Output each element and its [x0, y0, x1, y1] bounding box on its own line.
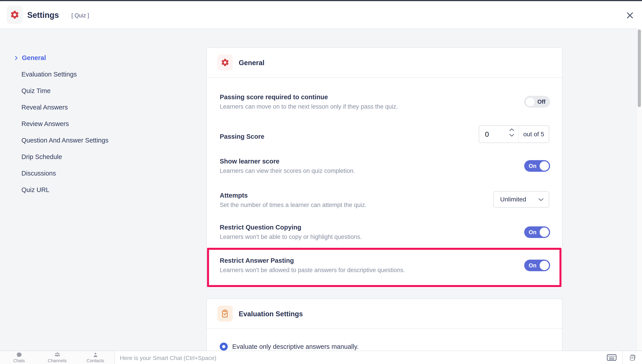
- setting-desc: Learners can move on to the next lesson …: [220, 103, 398, 110]
- chat-tabs: Chats Channels Contacts: [0, 351, 115, 364]
- nav-item-evaluation-settings[interactable]: Evaluation Settings: [14, 66, 139, 82]
- setting-title-restrict-question-copying: Restrict Question Copying: [220, 224, 301, 231]
- channels-people-icon: [54, 352, 61, 358]
- toggle-state-label: On: [529, 229, 536, 236]
- attempts-dropdown[interactable]: Unlimited: [494, 191, 549, 208]
- nav-item-discussions[interactable]: Discussions: [14, 165, 139, 182]
- nav-item-label: Reveal Answers: [22, 104, 68, 111]
- toggle-state-label: On: [529, 262, 536, 269]
- nav-item-quiz-time[interactable]: Quiz Time: [14, 82, 139, 99]
- general-settings-card: General Passing score required to contin…: [206, 47, 562, 289]
- nav-item-label: Question And Answer Settings: [22, 137, 108, 144]
- nav-item-question-answer-settings[interactable]: Question And Answer Settings: [14, 132, 139, 148]
- tab-label: Contacts: [86, 358, 104, 363]
- toggle-knob: [540, 228, 549, 237]
- nav-item-general[interactable]: General: [14, 50, 139, 66]
- gear-icon: [10, 10, 20, 20]
- gear-icon: [220, 58, 230, 67]
- scrollbar-thumb[interactable]: [638, 30, 641, 107]
- settings-nav: General Evaluation Settings Quiz Time Re…: [14, 50, 139, 198]
- toggle-restrict-question-copying[interactable]: On: [524, 226, 550, 238]
- toggle-knob: [540, 161, 549, 170]
- scrollbar-track[interactable]: [637, 28, 642, 350]
- clipboard-check-icon: [220, 309, 230, 318]
- chevron-right-icon: [14, 56, 19, 60]
- nav-item-review-answers[interactable]: Review Answers: [14, 116, 139, 132]
- setting-desc: Set the number of times a learner can at…: [220, 202, 367, 208]
- card-title: Evaluation Settings: [239, 310, 303, 318]
- nav-item-label: Quiz Time: [22, 87, 51, 94]
- chatbar-right-controls: [607, 351, 636, 364]
- dropdown-selected-value: Unlimited: [500, 196, 526, 203]
- chevron-down-icon: [538, 198, 544, 202]
- setting-desc: Learners won't be allowed to paste answe…: [220, 267, 405, 274]
- nav-item-quiz-url[interactable]: Quiz URL: [14, 182, 139, 198]
- toggle-state-label: On: [529, 163, 536, 169]
- radio-selected-icon[interactable]: [220, 342, 228, 350]
- dialog-header: Settings [ Quiz ]: [0, 1, 642, 29]
- contact-person-icon: [92, 352, 98, 358]
- passing-score-spinner: 0 out of 5: [479, 125, 549, 143]
- spinner-value[interactable]: 0: [485, 130, 489, 138]
- nav-item-label: Quiz URL: [22, 186, 50, 194]
- toggle-state-label: Off: [538, 98, 546, 105]
- spinner-value-area[interactable]: 0: [479, 126, 519, 142]
- divider: [207, 328, 562, 329]
- setting-title-show-learner-score: Show learner score: [220, 158, 280, 165]
- nav-item-label: Review Answers: [22, 120, 69, 128]
- radio-label: Evaluate only descriptive answers manual…: [232, 343, 359, 350]
- nav-item-label: Drip Schedule: [22, 153, 62, 160]
- card-title: General: [239, 59, 264, 67]
- divider: [207, 78, 562, 78]
- page-title: Settings: [27, 10, 59, 20]
- close-icon: [626, 12, 634, 19]
- toggle-knob: [526, 97, 535, 106]
- keyboard-icon[interactable]: [607, 354, 616, 361]
- nav-item-drip-schedule[interactable]: Drip Schedule: [14, 148, 139, 165]
- nav-item-label: Evaluation Settings: [22, 71, 77, 78]
- tab-label: Chats: [13, 358, 25, 363]
- tab-label: Channels: [48, 358, 67, 363]
- evaluation-radio-row: Evaluate only descriptive answers manual…: [220, 342, 359, 350]
- spinner-suffix: out of 5: [519, 126, 549, 142]
- nav-item-label: Discussions: [22, 170, 56, 177]
- toggle-knob: [540, 261, 549, 270]
- setting-title-passing-score-required: Passing score required to continue: [220, 94, 328, 101]
- settings-dialog: Settings [ Quiz ] General Evaluation Set…: [0, 0, 642, 364]
- settings-gear-iconbox: [7, 6, 23, 24]
- setting-title-restrict-answer-pasting: Restrict Answer Pasting: [220, 257, 294, 264]
- tab-channels[interactable]: Channels: [38, 351, 76, 364]
- evaluation-card-iconbox: [218, 306, 233, 322]
- setting-title-attempts: Attempts: [220, 192, 248, 199]
- toggle-show-learner-score[interactable]: On: [524, 160, 550, 172]
- stepper-down-icon[interactable]: [509, 134, 514, 137]
- smart-chat-bar: Chats Channels Contacts: [0, 350, 642, 364]
- toggle-passing-score-required[interactable]: Off: [524, 96, 550, 108]
- page-subtitle: [ Quiz ]: [72, 12, 89, 19]
- chat-bubble-icon: [16, 352, 22, 358]
- setting-desc: Learners can view their scores on quiz c…: [220, 168, 355, 174]
- setting-title-passing-score: Passing Score: [220, 133, 264, 140]
- nav-item-reveal-answers[interactable]: Reveal Answers: [14, 99, 139, 116]
- close-button[interactable]: [624, 9, 636, 22]
- tab-contacts[interactable]: Contacts: [76, 351, 114, 364]
- smart-chat-input[interactable]: [119, 353, 455, 363]
- general-card-iconbox: [218, 54, 233, 70]
- tab-chats[interactable]: Chats: [0, 351, 38, 364]
- nav-item-label: General: [22, 54, 46, 62]
- stacked-windows-icon[interactable]: [628, 354, 636, 361]
- setting-desc: Learners won't be able to copy or highli…: [220, 234, 362, 240]
- divider: [622, 351, 623, 364]
- stepper-up-icon[interactable]: [509, 128, 514, 131]
- toggle-restrict-answer-pasting[interactable]: On: [524, 260, 550, 271]
